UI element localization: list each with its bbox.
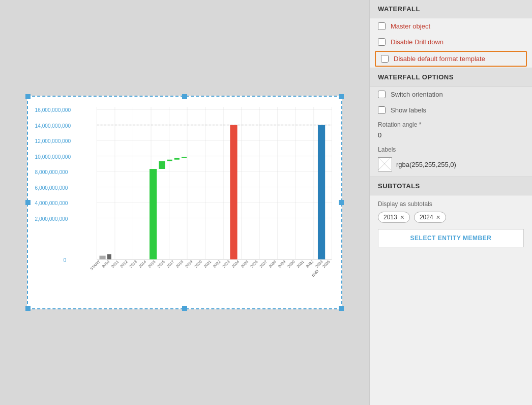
handle-bottom-right[interactable] [339, 306, 344, 311]
svg-rect-34 [107, 254, 111, 259]
tag-2024: 2024 × [414, 212, 446, 223]
handle-middle-left[interactable] [25, 200, 31, 205]
switch-orientation-checkbox[interactable] [378, 91, 386, 98]
svg-text:14,000,000,000: 14,000,000,000 [35, 123, 71, 129]
svg-text:2017: 2017 [166, 259, 175, 269]
chart-panel: 16,000,000,000 14,000,000,000 12,000,000… [0, 0, 369, 405]
svg-text:2029: 2029 [277, 259, 286, 269]
master-object-checkbox[interactable] [378, 22, 386, 30]
subtotals-body: Display as subtotals 2013 × 2024 × SELEC… [370, 195, 532, 252]
tags-row: 2013 × 2024 × [378, 212, 524, 223]
svg-text:2026: 2026 [249, 259, 258, 269]
chart-container[interactable]: 16,000,000,000 14,000,000,000 12,000,000… [27, 96, 342, 309]
master-object-label[interactable]: Master object [391, 22, 430, 30]
svg-rect-38 [174, 158, 180, 160]
svg-text:2031: 2031 [296, 259, 305, 269]
svg-text:2014: 2014 [138, 259, 147, 269]
rotation-angle-value: 0 [370, 129, 532, 143]
tag-2013-remove[interactable]: × [400, 214, 404, 221]
disable-drill-row: Disable Drill down [370, 34, 532, 50]
waterfall-section: WATERFALL Master object Disable Drill do… [370, 0, 532, 68]
svg-text:2016: 2016 [156, 259, 165, 269]
svg-rect-36 [159, 161, 165, 169]
svg-text:2010: 2010 [101, 259, 110, 269]
disable-format-row: Disable default format template [375, 51, 527, 67]
svg-text:2023: 2023 [221, 259, 230, 269]
show-labels-row: Show labels [370, 102, 532, 118]
svg-text:6,000,000,000: 6,000,000,000 [35, 185, 68, 191]
svg-text:2012: 2012 [119, 259, 128, 269]
svg-text:10,000,000,000: 10,000,000,000 [35, 154, 71, 160]
tag-2013-value: 2013 [383, 214, 397, 221]
labels-color-swatch[interactable] [378, 157, 392, 171]
svg-text:2020: 2020 [194, 259, 203, 269]
waterfall-options-section: WATERFALL OPTIONS Switch orientation Sho… [370, 68, 532, 177]
tag-2024-remove[interactable]: × [436, 214, 440, 221]
svg-text:2032: 2032 [305, 259, 314, 269]
waterfall-options-title: WATERFALL OPTIONS [370, 68, 532, 86]
svg-text:8,000,000,000: 8,000,000,000 [35, 169, 68, 175]
master-object-row: Master object [370, 18, 532, 34]
svg-rect-37 [167, 160, 172, 161]
svg-text:16,000,000,000: 16,000,000,000 [35, 107, 71, 113]
show-labels-label[interactable]: Show labels [391, 106, 426, 114]
handle-top-center[interactable] [182, 94, 187, 99]
svg-rect-40 [230, 125, 237, 259]
handle-bottom-center[interactable] [182, 306, 187, 311]
svg-text:2033: 2033 [314, 259, 323, 269]
svg-text:2028: 2028 [268, 259, 277, 269]
svg-rect-35 [150, 169, 157, 259]
display-as-label: Display as subtotals [378, 200, 524, 208]
switch-orientation-label[interactable]: Switch orientation [391, 91, 443, 98]
handle-middle-right[interactable] [339, 200, 344, 205]
svg-line-70 [378, 158, 391, 170]
svg-text:2018: 2018 [175, 259, 184, 269]
waterfall-title: WATERFALL [370, 0, 532, 18]
svg-text:2035: 2035 [321, 259, 331, 269]
svg-text:2015: 2015 [147, 259, 156, 269]
tag-2024-value: 2024 [420, 214, 433, 221]
svg-text:START: START [89, 259, 101, 272]
svg-text:2011: 2011 [110, 259, 120, 269]
svg-line-71 [378, 158, 391, 170]
select-entity-button[interactable]: SELECT ENTITY MEMBER [378, 229, 524, 247]
tag-2013: 2013 × [378, 212, 410, 223]
switch-orientation-row: Switch orientation [370, 86, 532, 102]
svg-text:12,000,000,000: 12,000,000,000 [35, 138, 71, 144]
svg-rect-39 [182, 157, 187, 158]
disable-drill-checkbox[interactable] [378, 38, 386, 46]
labels-color-value: rgba(255,255,255,0) [396, 161, 456, 168]
handle-bottom-left[interactable] [25, 306, 31, 311]
svg-text:2019: 2019 [184, 259, 193, 269]
svg-text:0: 0 [63, 257, 66, 263]
waterfall-chart: 16,000,000,000 14,000,000,000 12,000,000… [33, 102, 336, 303]
svg-text:2027: 2027 [259, 259, 268, 269]
disable-format-label[interactable]: Disable default format template [394, 55, 485, 63]
svg-text:2013: 2013 [129, 259, 138, 269]
svg-text:2024: 2024 [231, 259, 241, 269]
svg-rect-33 [99, 256, 105, 259]
svg-text:4,000,000,000: 4,000,000,000 [35, 200, 68, 206]
svg-text:2030: 2030 [286, 259, 295, 269]
svg-rect-41 [318, 125, 325, 259]
svg-text:END: END [311, 269, 320, 278]
disable-drill-label[interactable]: Disable Drill down [391, 38, 444, 46]
show-labels-checkbox[interactable] [378, 106, 386, 114]
svg-text:2025: 2025 [240, 259, 249, 269]
subtotals-section: SUBTOTALS Display as subtotals 2013 × 20… [370, 177, 532, 252]
subtotals-title: SUBTOTALS [370, 177, 532, 195]
labels-color-row: rgba(255,255,255,0) [370, 154, 532, 177]
handle-top-right[interactable] [339, 94, 344, 99]
disable-format-checkbox[interactable] [381, 55, 389, 63]
svg-text:2,000,000,000: 2,000,000,000 [35, 216, 68, 222]
handle-top-left[interactable] [25, 94, 31, 99]
svg-rect-69 [378, 158, 391, 170]
svg-text:2021: 2021 [203, 259, 212, 269]
svg-text:2022: 2022 [212, 259, 221, 269]
labels-field-label: Labels [370, 143, 532, 154]
rotation-angle-label: Rotation angle * [370, 118, 532, 129]
right-panel: WATERFALL Master object Disable Drill do… [369, 0, 532, 405]
